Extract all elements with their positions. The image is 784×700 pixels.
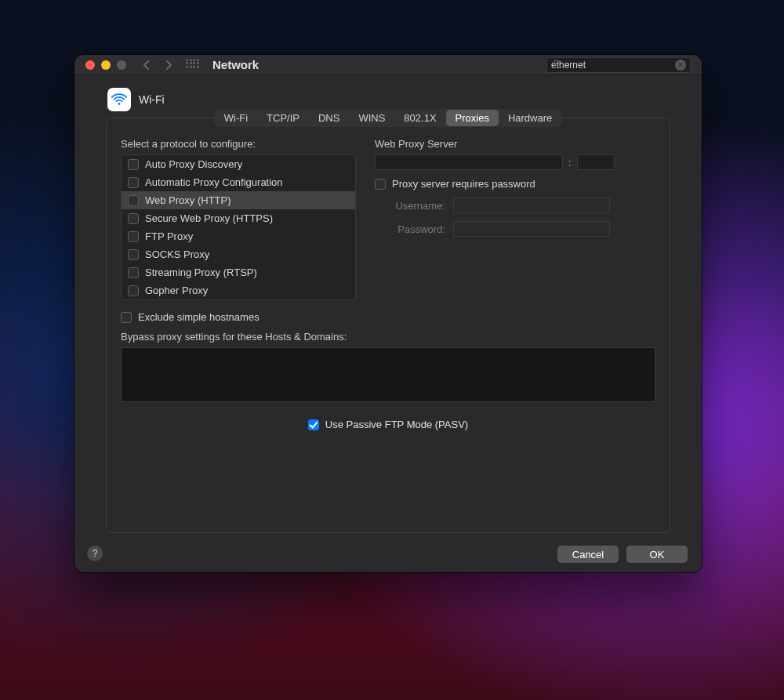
- protocol-row-https[interactable]: Secure Web Proxy (HTTPS): [122, 209, 355, 227]
- right-column: Web Proxy Server : Proxy server requires…: [375, 138, 655, 300]
- zoom-window-button[interactable]: [117, 60, 126, 70]
- tab-8021x[interactable]: 802.1X: [394, 110, 445, 126]
- protocol-row-auto-discovery[interactable]: Auto Proxy Discovery: [122, 155, 355, 173]
- close-window-button[interactable]: [85, 60, 95, 70]
- interface-header: Wi-Fi: [107, 88, 688, 111]
- checkbox-icon[interactable]: [128, 267, 139, 278]
- protocol-row-rtsp[interactable]: Streaming Proxy (RTSP): [122, 263, 355, 281]
- exclude-checkbox[interactable]: [121, 312, 132, 323]
- dialog-actions: Cancel OK: [557, 546, 688, 563]
- protocol-label: Web Proxy (HTTP): [145, 194, 231, 206]
- forward-button[interactable]: [161, 57, 176, 73]
- password-row: Password:: [375, 221, 655, 237]
- checkbox-icon[interactable]: [128, 249, 139, 260]
- exclude-label: Exclude simple hostnames: [138, 311, 260, 323]
- username-label: Username:: [375, 200, 445, 212]
- protocol-row-gopher[interactable]: Gopher Proxy: [122, 281, 355, 299]
- network-advanced-window: Network ✕ Wi-Fi Wi-Fi TCP/IP DNS WINS: [74, 55, 702, 572]
- checkbox-icon[interactable]: [128, 285, 139, 296]
- clear-search-icon[interactable]: ✕: [675, 60, 686, 71]
- wifi-icon: [107, 88, 131, 111]
- proxy-host-input[interactable]: [375, 154, 563, 170]
- window-body: Wi-Fi Wi-Fi TCP/IP DNS WINS 802.1X Proxi…: [74, 75, 702, 572]
- traffic-lights: [85, 60, 126, 70]
- checkbox-icon[interactable]: [128, 195, 139, 206]
- window-title: Network: [212, 58, 259, 71]
- host-port-separator: :: [568, 157, 572, 169]
- username-row: Username:: [375, 198, 655, 213]
- bypass-textarea[interactable]: [121, 347, 655, 402]
- titlebar: Network ✕: [74, 55, 702, 75]
- tab-dns[interactable]: DNS: [309, 110, 349, 126]
- protocol-row-socks[interactable]: SOCKS Proxy: [122, 245, 355, 263]
- tabs: Wi-Fi TCP/IP DNS WINS 802.1X Proxies Har…: [121, 109, 655, 127]
- password-label: Password:: [375, 223, 445, 235]
- protocol-row-ftp[interactable]: FTP Proxy: [122, 227, 355, 245]
- help-button[interactable]: ?: [87, 546, 103, 561]
- search-icon: [553, 59, 562, 71]
- pasv-checkbox[interactable]: [308, 419, 319, 430]
- checkbox-icon[interactable]: [128, 213, 139, 224]
- protocol-list[interactable]: Auto Proxy Discovery Automatic Proxy Con…: [121, 154, 356, 300]
- checkbox-icon[interactable]: [128, 177, 139, 188]
- protocol-heading: Select a protocol to configure:: [121, 138, 356, 150]
- bypass-heading: Bypass proxy settings for these Hosts & …: [121, 331, 655, 343]
- password-input: [453, 221, 610, 237]
- tab-wifi[interactable]: Wi-Fi: [215, 110, 257, 126]
- left-column: Select a protocol to configure: Auto Pro…: [121, 138, 356, 300]
- back-button[interactable]: [139, 57, 154, 73]
- protocol-row-auto-config[interactable]: Automatic Proxy Configuration: [122, 173, 355, 191]
- server-field-row: :: [375, 154, 655, 170]
- tab-tcpip[interactable]: TCP/IP: [257, 110, 309, 126]
- checkbox-icon[interactable]: [128, 159, 139, 170]
- tab-wins[interactable]: WINS: [349, 110, 394, 126]
- tab-proxies[interactable]: Proxies: [446, 110, 499, 126]
- requires-password-checkbox[interactable]: [375, 179, 386, 190]
- protocol-label: Gopher Proxy: [145, 285, 208, 296]
- cancel-button[interactable]: Cancel: [557, 546, 619, 563]
- protocol-label: FTP Proxy: [145, 230, 193, 242]
- search-input[interactable]: [546, 57, 691, 73]
- protocol-label: Streaming Proxy (RTSP): [145, 267, 257, 278]
- tab-hardware[interactable]: Hardware: [499, 110, 561, 126]
- proxy-port-input[interactable]: [577, 154, 615, 170]
- protocol-label: Automatic Proxy Configuration: [145, 176, 283, 188]
- server-heading: Web Proxy Server: [375, 138, 655, 150]
- svg-line-1: [559, 65, 561, 67]
- interface-name: Wi-Fi: [139, 93, 165, 106]
- search-field-wrap: ✕: [546, 57, 691, 73]
- protocol-label: SOCKS Proxy: [145, 248, 209, 260]
- ok-button[interactable]: OK: [626, 546, 688, 563]
- protocol-label: Secure Web Proxy (HTTPS): [145, 212, 273, 224]
- username-input: [453, 198, 610, 213]
- pasv-label: Use Passive FTP Mode (PASV): [325, 419, 468, 430]
- all-preferences-icon[interactable]: [186, 59, 198, 71]
- protocol-label: Auto Proxy Discovery: [145, 158, 242, 170]
- requires-password-label: Proxy server requires password: [392, 178, 535, 190]
- tabs-inner: Wi-Fi TCP/IP DNS WINS 802.1X Proxies Har…: [214, 109, 563, 127]
- protocol-row-http[interactable]: Web Proxy (HTTP): [122, 191, 355, 209]
- settings-panel: Wi-Fi TCP/IP DNS WINS 802.1X Proxies Har…: [106, 118, 670, 533]
- pasv-row: Use Passive FTP Mode (PASV): [121, 419, 655, 430]
- exclude-row: Exclude simple hostnames: [121, 311, 655, 323]
- checkbox-icon[interactable]: [128, 231, 139, 242]
- requires-password-row: Proxy server requires password: [375, 178, 655, 190]
- minimize-window-button[interactable]: [101, 60, 111, 70]
